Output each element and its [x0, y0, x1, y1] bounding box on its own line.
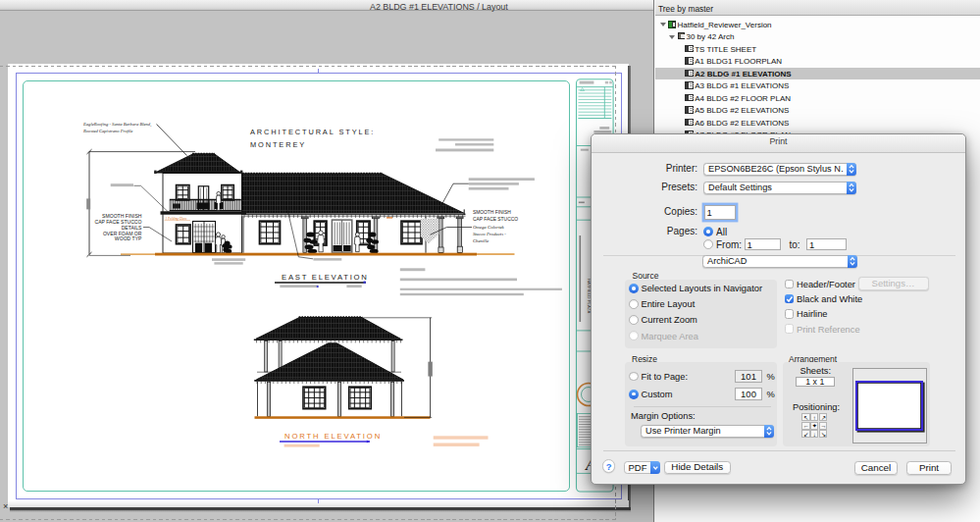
svg-text:WOOD TYP: WOOD TYP — [115, 235, 142, 241]
svg-text:Chenille: Chenille — [473, 238, 490, 243]
svg-text:MONTEREY: MONTEREY — [250, 140, 306, 149]
svg-text:EagleRoofing - Santa Barbara B: EagleRoofing - Santa Barbara Blend, — [82, 122, 151, 128]
svg-text:1 Folding Glass: 1 Folding Glass — [166, 217, 188, 221]
svg-text:NORTH ELEVATION: NORTH ELEVATION — [284, 432, 382, 441]
svg-text:Omega Colortek: Omega Colortek — [473, 225, 505, 230]
svg-text:Roosted Capistrano Profile: Roosted Capistrano Profile — [82, 129, 132, 133]
svg-text:ARCHITECTURAL STYLE:: ARCHITECTURAL STYLE: — [250, 128, 375, 136]
svg-text:Stucco Products -: Stucco Products - — [473, 232, 506, 236]
svg-text:EAST ELEVATION: EAST ELEVATION — [282, 273, 369, 282]
svg-text:CAP FACE STUCCO: CAP FACE STUCCO — [473, 217, 518, 222]
svg-text:SMOOTH FINISH: SMOOTH FINISH — [473, 210, 511, 215]
